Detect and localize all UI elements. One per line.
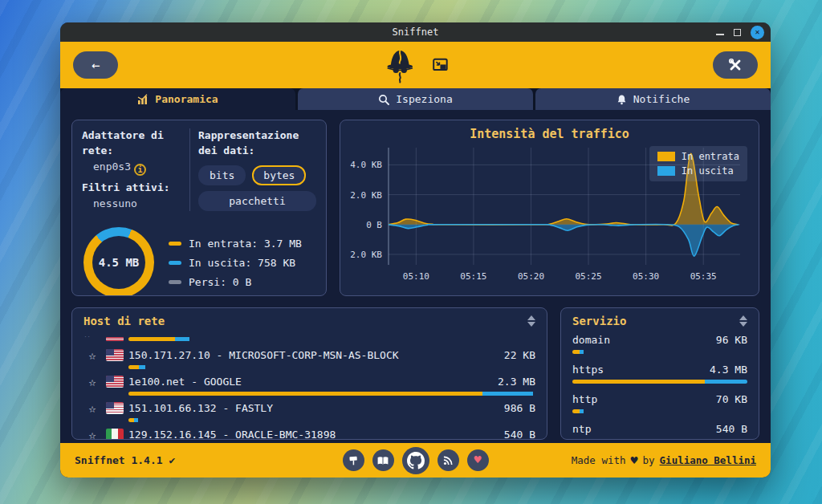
main-content: Adattatore di rete: enp0s3i Filtri attiv… xyxy=(60,110,771,443)
service-name: ntp xyxy=(572,421,591,437)
service-row[interactable]: http70 KB xyxy=(572,392,747,413)
representation-label: Rappresentazione dei dati: xyxy=(198,128,316,159)
svg-text:05:30: 05:30 xyxy=(633,271,659,282)
host-name: 151.101.66.132 - FASTLY xyxy=(128,400,273,417)
host-row-partial[interactable]: ☆ xyxy=(83,331,535,341)
host-name: 1e100.net - GOOGLE xyxy=(128,374,242,390)
legend-swatch-icon xyxy=(657,166,675,176)
service-traffic-value: 4.3 MB xyxy=(710,362,747,377)
donut-ring: 4.5 MB xyxy=(83,227,154,296)
traffic-chart-panel: Intensità del traffico In entrataIn usci… xyxy=(340,120,759,296)
host-traffic-value: 540 B xyxy=(504,427,535,439)
traffic-bar xyxy=(572,350,747,354)
maximize-button[interactable] xyxy=(734,29,741,36)
country-flag-it xyxy=(106,429,124,439)
heart-icon: ♥ xyxy=(630,453,637,468)
unit-bytes-button[interactable]: bytes xyxy=(252,165,306,185)
feed-button[interactable] xyxy=(437,449,459,471)
svg-text:2.0 KB: 2.0 KB xyxy=(350,250,382,260)
roadmap-icon xyxy=(348,454,360,466)
unit-bits-button[interactable]: bits xyxy=(198,165,246,185)
favorite-star-icon: ☆ xyxy=(83,336,101,341)
service-traffic-value: 96 KB xyxy=(716,332,747,348)
host-row[interactable]: ☆1e100.net - GOOGLE2.3 MB xyxy=(83,374,535,396)
thumbnail-mode-icon[interactable] xyxy=(432,57,450,73)
filters-value: nessuno xyxy=(82,196,183,212)
legend-label: In entrata: 3.7 MB xyxy=(189,238,302,250)
legend-dash-icon xyxy=(169,242,181,246)
favorite-star-icon[interactable]: ☆ xyxy=(83,400,101,417)
filters-label: Filtri attivi: xyxy=(82,181,183,196)
back-arrow-icon: ← xyxy=(92,57,100,73)
host-row[interactable]: ☆129.152.16.145 - ORACLE-BMC-31898540 B xyxy=(83,427,535,439)
country-flag-us xyxy=(106,402,124,414)
settings-button[interactable] xyxy=(713,51,758,79)
sponsor-button[interactable]: ♥ xyxy=(467,449,489,471)
hosts-panel: Host di rete ☆☆150.171.27.10 - MICROSOFT… xyxy=(71,307,547,440)
country-flag-us xyxy=(106,349,124,361)
legend-label: In uscita xyxy=(682,165,734,177)
logo-area xyxy=(60,46,771,84)
svg-text:05:15: 05:15 xyxy=(460,271,486,282)
version-text: Sniffnet 1.4.1 ✔ xyxy=(75,454,175,466)
svg-text:05:35: 05:35 xyxy=(690,271,717,282)
tab-notifiche[interactable]: Notifiche xyxy=(535,88,771,110)
donut-legend-item: In entrata: 3.7 MB xyxy=(169,238,302,250)
favorite-star-icon[interactable]: ☆ xyxy=(83,348,101,364)
favorite-star-icon[interactable]: ☆ xyxy=(83,427,101,439)
window-controls: ✕ xyxy=(716,22,764,42)
sniffnet-logo xyxy=(382,46,419,84)
service-row[interactable]: domain96 KB xyxy=(572,332,747,354)
info-icon[interactable]: i xyxy=(134,164,146,176)
service-row[interactable]: ntp540 B xyxy=(572,421,747,439)
github-icon xyxy=(407,452,425,469)
github-button[interactable] xyxy=(402,447,429,474)
traffic-bar xyxy=(572,409,747,413)
bar-chart-icon xyxy=(137,94,149,105)
tab-label: Panoramica xyxy=(155,93,218,105)
legend-dash-icon xyxy=(169,280,181,284)
chart-legend: In entrataIn uscita xyxy=(649,146,747,181)
magnifier-icon xyxy=(378,94,389,105)
legend-label: In uscita: 758 KB xyxy=(189,257,295,269)
donut-legend: In entrata: 3.7 MBIn uscita: 758 KBPersi… xyxy=(169,238,302,288)
service-list: domain96 KBhttps4.3 MBhttp70 KBntp540 B xyxy=(561,331,759,439)
services-sort-button[interactable] xyxy=(739,315,747,327)
svg-text:0 B: 0 B xyxy=(366,220,382,230)
title-bar[interactable]: Sniffnet ✕ xyxy=(60,22,771,42)
legend-swatch-icon xyxy=(657,152,675,161)
roadmap-button[interactable] xyxy=(343,449,364,471)
window-title: Sniffnet xyxy=(393,26,439,38)
chart-legend-item: In uscita xyxy=(657,165,739,177)
docs-button[interactable] xyxy=(372,449,394,471)
author-link[interactable]: Giuliano Bellini xyxy=(660,454,756,466)
bell-icon xyxy=(616,94,627,105)
adapter-name: enp0s3 xyxy=(93,161,131,173)
service-name: domain xyxy=(572,332,610,348)
services-panel: Servizio domain96 KBhttps4.3 MBhttp70 KB… xyxy=(560,307,759,440)
service-row[interactable]: https4.3 MB xyxy=(572,362,747,384)
tab-ispeziona[interactable]: Ispeziona xyxy=(298,88,533,110)
traffic-bar xyxy=(128,418,535,422)
host-row[interactable]: ☆150.171.27.10 - MICROSOFT-CORP-MSN-AS-B… xyxy=(83,348,535,369)
adapter-value: enp0s3i xyxy=(82,159,183,176)
hosts-sort-button[interactable] xyxy=(527,315,535,327)
favorite-star-icon[interactable]: ☆ xyxy=(83,374,101,390)
country-flag-us xyxy=(106,337,124,341)
close-button[interactable]: ✕ xyxy=(751,26,764,39)
minimize-button[interactable] xyxy=(716,34,724,35)
app-footer: Sniffnet 1.4.1 ✔ xyxy=(60,443,771,478)
host-name: 129.152.16.145 - ORACLE-BMC-31898 xyxy=(128,427,336,439)
tab-bar: Panoramica Ispeziona Notifiche xyxy=(60,88,771,110)
legend-label: Persi: 0 B xyxy=(189,276,251,288)
chart-title: Intensità del traffico xyxy=(348,127,751,141)
tab-panoramica[interactable]: Panoramica xyxy=(60,88,295,110)
back-button[interactable]: ← xyxy=(73,51,118,79)
service-traffic-value: 70 KB xyxy=(716,392,747,407)
adapter-label: Adattatore di rete: xyxy=(82,128,183,159)
svg-text:05:25: 05:25 xyxy=(575,271,601,282)
services-title: Servizio xyxy=(572,315,626,327)
sniffnet-window: Sniffnet ✕ ← xyxy=(60,22,771,478)
unit-packets-button[interactable]: pacchetti xyxy=(198,191,316,211)
host-row[interactable]: ☆151.101.66.132 - FASTLY986 B xyxy=(83,400,535,422)
